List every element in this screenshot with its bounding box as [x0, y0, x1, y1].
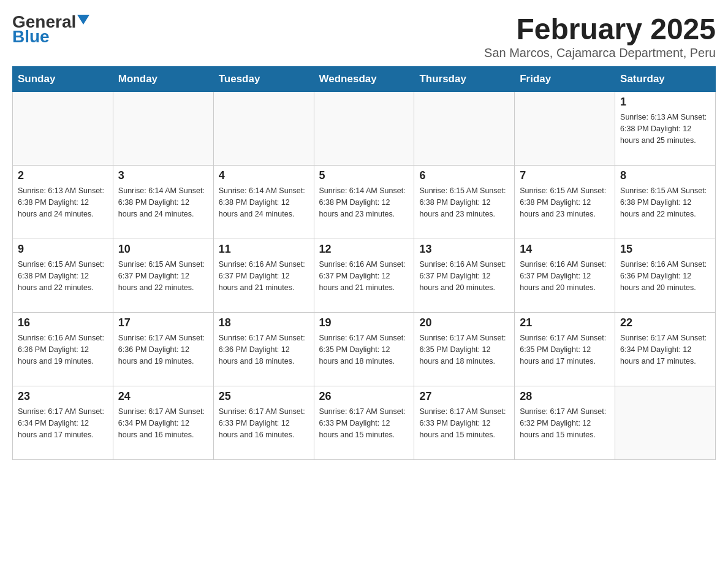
day-number: 25	[219, 390, 309, 403]
day-info: Sunrise: 6:17 AM Sunset: 6:33 PM Dayligh…	[419, 407, 506, 439]
calendar-week-row: 1Sunrise: 6:13 AM Sunset: 6:38 PM Daylig…	[13, 92, 716, 166]
calendar-day-cell: 19Sunrise: 6:17 AM Sunset: 6:35 PM Dayli…	[314, 313, 414, 386]
day-of-week-header: Friday	[515, 67, 615, 92]
day-of-week-header: Wednesday	[314, 67, 414, 92]
calendar-day-cell	[113, 92, 213, 166]
day-number: 28	[520, 390, 610, 403]
calendar-day-cell: 8Sunrise: 6:15 AM Sunset: 6:38 PM Daylig…	[615, 166, 716, 239]
calendar-week-row: 16Sunrise: 6:16 AM Sunset: 6:36 PM Dayli…	[13, 313, 716, 386]
day-number: 12	[319, 243, 409, 256]
day-number: 27	[419, 390, 509, 403]
day-number: 13	[419, 243, 509, 256]
day-of-week-header: Monday	[113, 67, 213, 92]
day-number: 20	[419, 316, 509, 329]
calendar-day-cell: 27Sunrise: 6:17 AM Sunset: 6:33 PM Dayli…	[414, 386, 515, 460]
day-info: Sunrise: 6:15 AM Sunset: 6:38 PM Dayligh…	[18, 260, 104, 292]
day-info: Sunrise: 6:13 AM Sunset: 6:38 PM Dayligh…	[18, 186, 104, 218]
calendar-day-cell: 3Sunrise: 6:14 AM Sunset: 6:38 PM Daylig…	[113, 166, 213, 239]
calendar-header-row: SundayMondayTuesdayWednesdayThursdayFrid…	[13, 67, 716, 92]
day-info: Sunrise: 6:14 AM Sunset: 6:38 PM Dayligh…	[319, 186, 406, 218]
day-info: Sunrise: 6:17 AM Sunset: 6:35 PM Dayligh…	[520, 334, 606, 366]
day-info: Sunrise: 6:16 AM Sunset: 6:36 PM Dayligh…	[620, 260, 707, 292]
calendar-day-cell: 10Sunrise: 6:15 AM Sunset: 6:37 PM Dayli…	[113, 239, 213, 313]
day-of-week-header: Saturday	[615, 67, 716, 92]
day-info: Sunrise: 6:14 AM Sunset: 6:38 PM Dayligh…	[219, 186, 305, 218]
day-info: Sunrise: 6:15 AM Sunset: 6:38 PM Dayligh…	[419, 186, 506, 218]
calendar-day-cell: 17Sunrise: 6:17 AM Sunset: 6:36 PM Dayli…	[113, 313, 213, 386]
day-info: Sunrise: 6:17 AM Sunset: 6:36 PM Dayligh…	[118, 334, 205, 366]
day-info: Sunrise: 6:16 AM Sunset: 6:37 PM Dayligh…	[319, 260, 406, 292]
day-info: Sunrise: 6:17 AM Sunset: 6:35 PM Dayligh…	[319, 334, 406, 366]
calendar-day-cell: 12Sunrise: 6:16 AM Sunset: 6:37 PM Dayli…	[314, 239, 414, 313]
day-info: Sunrise: 6:16 AM Sunset: 6:36 PM Dayligh…	[18, 334, 104, 366]
day-info: Sunrise: 6:17 AM Sunset: 6:32 PM Dayligh…	[520, 407, 606, 439]
day-number: 19	[319, 316, 409, 329]
day-number: 24	[118, 390, 208, 403]
calendar-title: February 2025	[484, 12, 716, 46]
calendar-day-cell: 22Sunrise: 6:17 AM Sunset: 6:34 PM Dayli…	[615, 313, 716, 386]
day-of-week-header: Thursday	[414, 67, 515, 92]
calendar-subtitle: San Marcos, Cajamarca Department, Peru	[484, 46, 716, 60]
day-number: 10	[118, 243, 208, 256]
calendar-week-row: 23Sunrise: 6:17 AM Sunset: 6:34 PM Dayli…	[13, 386, 716, 460]
calendar-day-cell: 20Sunrise: 6:17 AM Sunset: 6:35 PM Dayli…	[414, 313, 515, 386]
day-number: 5	[319, 169, 409, 182]
calendar-day-cell	[13, 92, 113, 166]
calendar-day-cell: 4Sunrise: 6:14 AM Sunset: 6:38 PM Daylig…	[213, 166, 314, 239]
calendar-day-cell	[515, 92, 615, 166]
day-info: Sunrise: 6:15 AM Sunset: 6:38 PM Dayligh…	[520, 186, 606, 218]
day-number: 21	[520, 316, 610, 329]
day-number: 17	[118, 316, 208, 329]
logo: General Blue	[12, 12, 89, 47]
calendar-day-cell: 15Sunrise: 6:16 AM Sunset: 6:36 PM Dayli…	[615, 239, 716, 313]
day-info: Sunrise: 6:16 AM Sunset: 6:37 PM Dayligh…	[219, 260, 305, 292]
day-number: 14	[520, 243, 610, 256]
calendar-day-cell: 24Sunrise: 6:17 AM Sunset: 6:34 PM Dayli…	[113, 386, 213, 460]
logo-triangle-icon	[77, 15, 89, 25]
title-area: February 2025 San Marcos, Cajamarca Depa…	[484, 12, 716, 60]
calendar-day-cell	[213, 92, 314, 166]
page-header: General Blue February 2025 San Marcos, C…	[12, 12, 716, 60]
day-info: Sunrise: 6:15 AM Sunset: 6:37 PM Dayligh…	[118, 260, 205, 292]
calendar-day-cell: 1Sunrise: 6:13 AM Sunset: 6:38 PM Daylig…	[615, 92, 716, 166]
calendar-day-cell	[615, 386, 716, 460]
day-info: Sunrise: 6:13 AM Sunset: 6:38 PM Dayligh…	[620, 113, 707, 145]
day-number: 22	[620, 316, 710, 329]
day-number: 8	[620, 169, 710, 182]
calendar-day-cell: 9Sunrise: 6:15 AM Sunset: 6:38 PM Daylig…	[13, 239, 113, 313]
calendar-day-cell: 6Sunrise: 6:15 AM Sunset: 6:38 PM Daylig…	[414, 166, 515, 239]
day-number: 2	[18, 169, 108, 182]
day-info: Sunrise: 6:17 AM Sunset: 6:35 PM Dayligh…	[419, 334, 506, 366]
day-info: Sunrise: 6:17 AM Sunset: 6:34 PM Dayligh…	[118, 407, 205, 439]
calendar-day-cell	[414, 92, 515, 166]
calendar-day-cell: 18Sunrise: 6:17 AM Sunset: 6:36 PM Dayli…	[213, 313, 314, 386]
calendar-table: SundayMondayTuesdayWednesdayThursdayFrid…	[12, 66, 716, 460]
calendar-day-cell: 16Sunrise: 6:16 AM Sunset: 6:36 PM Dayli…	[13, 313, 113, 386]
day-of-week-header: Tuesday	[213, 67, 314, 92]
calendar-day-cell: 7Sunrise: 6:15 AM Sunset: 6:38 PM Daylig…	[515, 166, 615, 239]
calendar-day-cell: 5Sunrise: 6:14 AM Sunset: 6:38 PM Daylig…	[314, 166, 414, 239]
day-number: 16	[18, 316, 108, 329]
calendar-week-row: 2Sunrise: 6:13 AM Sunset: 6:38 PM Daylig…	[13, 166, 716, 239]
day-number: 15	[620, 243, 710, 256]
calendar-day-cell: 2Sunrise: 6:13 AM Sunset: 6:38 PM Daylig…	[13, 166, 113, 239]
day-number: 4	[219, 169, 309, 182]
day-info: Sunrise: 6:14 AM Sunset: 6:38 PM Dayligh…	[118, 186, 205, 218]
calendar-day-cell: 26Sunrise: 6:17 AM Sunset: 6:33 PM Dayli…	[314, 386, 414, 460]
calendar-day-cell: 11Sunrise: 6:16 AM Sunset: 6:37 PM Dayli…	[213, 239, 314, 313]
day-number: 11	[219, 243, 309, 256]
day-of-week-header: Sunday	[13, 67, 113, 92]
day-info: Sunrise: 6:17 AM Sunset: 6:36 PM Dayligh…	[219, 334, 305, 366]
calendar-day-cell: 21Sunrise: 6:17 AM Sunset: 6:35 PM Dayli…	[515, 313, 615, 386]
day-info: Sunrise: 6:17 AM Sunset: 6:33 PM Dayligh…	[219, 407, 305, 439]
calendar-day-cell: 28Sunrise: 6:17 AM Sunset: 6:32 PM Dayli…	[515, 386, 615, 460]
day-info: Sunrise: 6:17 AM Sunset: 6:34 PM Dayligh…	[620, 334, 707, 366]
calendar-week-row: 9Sunrise: 6:15 AM Sunset: 6:38 PM Daylig…	[13, 239, 716, 313]
day-number: 23	[18, 390, 108, 403]
day-number: 6	[419, 169, 509, 182]
calendar-day-cell: 23Sunrise: 6:17 AM Sunset: 6:34 PM Dayli…	[13, 386, 113, 460]
day-number: 7	[520, 169, 610, 182]
day-info: Sunrise: 6:15 AM Sunset: 6:38 PM Dayligh…	[620, 186, 707, 218]
day-number: 1	[620, 96, 710, 109]
day-info: Sunrise: 6:16 AM Sunset: 6:37 PM Dayligh…	[520, 260, 606, 292]
